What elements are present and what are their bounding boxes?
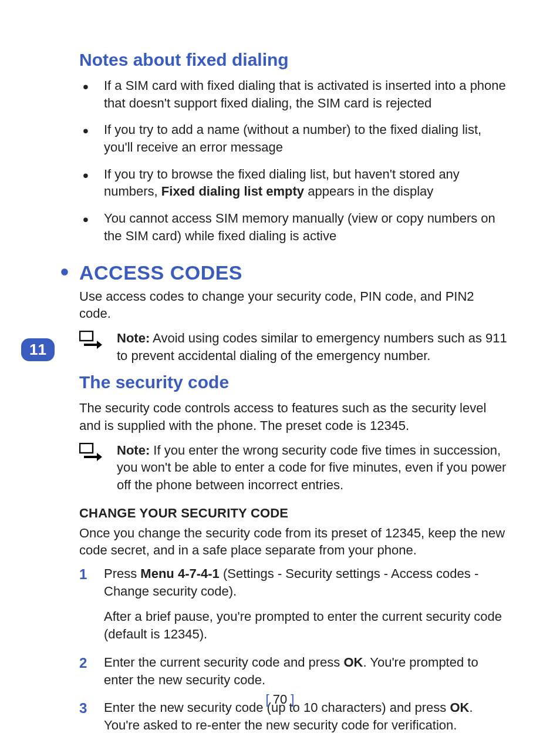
text-bold: OK bbox=[343, 655, 363, 670]
note-block: Note: Avoid using codes similar to emerg… bbox=[79, 329, 507, 364]
change-intro: Once you change the security code from i… bbox=[79, 524, 507, 559]
text-run: Avoid using codes similar to emergency n… bbox=[117, 331, 507, 363]
fixed-dialing-notes-list: If a SIM card with fixed dialing that is… bbox=[79, 77, 507, 245]
note-text: Note: If you enter the wrong security co… bbox=[117, 442, 507, 494]
note-arrow-icon bbox=[79, 331, 105, 352]
thumb-tab-chapter-number: 11 bbox=[21, 338, 55, 361]
change-security-code-steps: 1 Press Menu 4-7-4-1 (Settings - Securit… bbox=[79, 565, 507, 733]
step-item: 2 Enter the current security code and pr… bbox=[79, 654, 507, 688]
manual-page: 11 Notes about fixed dialing If a SIM ca… bbox=[0, 0, 560, 733]
text-run: appears in the display bbox=[304, 184, 433, 199]
security-code-intro: The security code controls access to fea… bbox=[79, 399, 507, 434]
text-bold: Fixed dialing list empty bbox=[161, 184, 304, 199]
note-arrow-icon bbox=[79, 443, 105, 464]
note-label: Note: bbox=[117, 331, 150, 345]
svg-rect-0 bbox=[80, 331, 93, 341]
svg-rect-1 bbox=[80, 443, 93, 453]
page-footer: [ 70 ] bbox=[0, 692, 560, 707]
step-number: 2 bbox=[79, 654, 87, 673]
bracket-right: ] bbox=[287, 692, 294, 707]
access-codes-intro: Use access codes to change your security… bbox=[79, 288, 507, 322]
bracket-left: [ bbox=[266, 692, 273, 707]
text-run: Press bbox=[104, 566, 140, 581]
list-item: If you try to add a name (without a numb… bbox=[79, 121, 507, 156]
text-run: Enter the current security code and pres… bbox=[104, 655, 343, 670]
page-number: 70 bbox=[273, 692, 287, 707]
heading-change-security-code: Change your security code bbox=[79, 506, 507, 521]
note-block: Note: If you enter the wrong security co… bbox=[79, 442, 507, 494]
step-subtext: After a brief pause, you're prompted to … bbox=[104, 608, 507, 643]
step-item: 1 Press Menu 4-7-4-1 (Settings - Securit… bbox=[79, 565, 507, 643]
heading-access-codes: Access codes bbox=[62, 261, 507, 284]
list-item: If you try to browse the fixed dialing l… bbox=[79, 166, 507, 200]
heading-security-code: The security code bbox=[79, 372, 507, 392]
list-item: You cannot access SIM memory manually (v… bbox=[79, 210, 507, 244]
text-run: If you enter the wrong security code fiv… bbox=[117, 443, 506, 492]
note-label: Note: bbox=[117, 443, 150, 458]
heading-notes-fixed-dialing: Notes about fixed dialing bbox=[79, 50, 507, 70]
note-text: Note: Avoid using codes similar to emerg… bbox=[117, 329, 507, 364]
step-number: 1 bbox=[79, 565, 87, 584]
text-bold: Menu 4-7-4-1 bbox=[140, 566, 219, 581]
list-item: If a SIM card with fixed dialing that is… bbox=[79, 77, 507, 112]
